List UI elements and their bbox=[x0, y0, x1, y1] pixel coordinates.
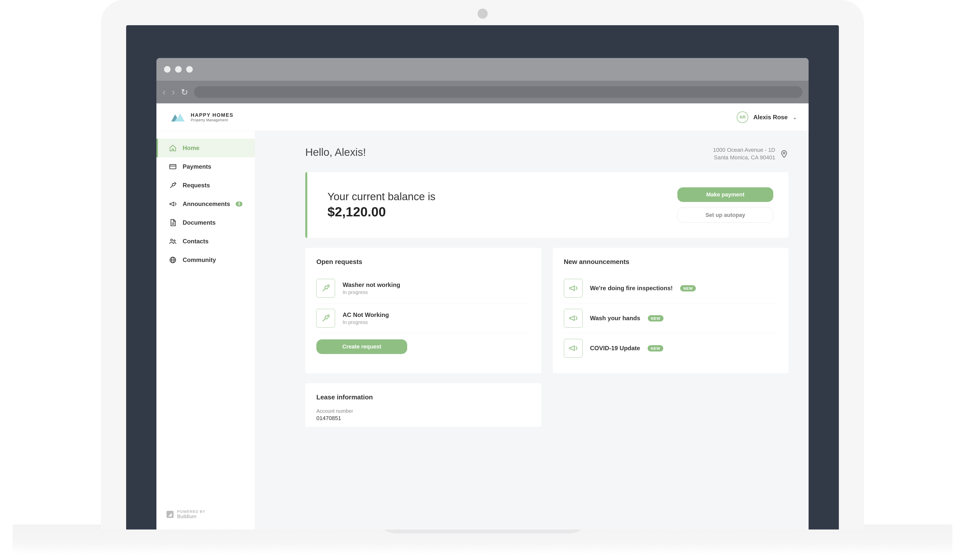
app-body: Home Payments bbox=[156, 131, 809, 529]
url-bar[interactable] bbox=[194, 86, 803, 98]
address-line-1: 1000 Ocean Avenue - 1D bbox=[713, 146, 775, 154]
announcement-item[interactable]: We're doing fire inspections! NEW bbox=[564, 273, 777, 303]
megaphone-icon bbox=[168, 200, 177, 208]
brand-name: HAPPY HOMES bbox=[191, 112, 233, 118]
document-icon bbox=[168, 219, 177, 227]
sidebar-item-label: Requests bbox=[183, 182, 210, 189]
browser-toolbar: ‹ › ↻ bbox=[156, 81, 809, 103]
user-menu[interactable]: AR Alexis Rose ⌄ bbox=[737, 111, 797, 123]
create-request-button[interactable]: Create request bbox=[316, 340, 407, 354]
open-requests-title: Open requests bbox=[316, 258, 530, 266]
sidebar-item-label: Announcements bbox=[183, 201, 230, 207]
sidebar-item-label: Community bbox=[183, 256, 216, 263]
sidebar-item-documents[interactable]: Documents bbox=[156, 213, 255, 232]
main-content: Hello, Alexis! 1000 Ocean Avenue - 1D Sa… bbox=[255, 131, 809, 529]
globe-icon bbox=[168, 256, 177, 264]
sidebar-item-contacts[interactable]: Contacts bbox=[156, 232, 255, 251]
chevron-down-icon: ⌄ bbox=[793, 114, 797, 120]
svg-point-4 bbox=[170, 239, 173, 241]
svg-point-9 bbox=[783, 152, 785, 154]
main-top: Hello, Alexis! 1000 Ocean Avenue - 1D Sa… bbox=[305, 146, 788, 161]
forward-button[interactable]: › bbox=[172, 87, 175, 97]
maximize-dot[interactable] bbox=[186, 66, 193, 73]
sidebar: Home Payments bbox=[156, 131, 255, 529]
wrench-icon bbox=[316, 279, 335, 297]
app-root: HAPPY HOMES Property Management AR Alexi… bbox=[156, 103, 809, 529]
powered-by-label: POWERED BY bbox=[177, 509, 205, 514]
setup-autopay-button[interactable]: Set up autopay bbox=[677, 207, 773, 223]
sidebar-item-community[interactable]: Community bbox=[156, 251, 255, 269]
new-badge: NEW bbox=[648, 345, 663, 351]
wrench-icon bbox=[316, 309, 335, 328]
sidebar-item-label: Home bbox=[183, 144, 200, 152]
account-number-label: Account number bbox=[316, 408, 530, 414]
announcement-item[interactable]: Wash your hands NEW bbox=[564, 303, 777, 333]
greeting: Hello, Alexis! bbox=[305, 146, 366, 158]
close-dot[interactable] bbox=[164, 66, 170, 73]
wrench-icon bbox=[168, 181, 177, 189]
balance-actions: Make payment Set up autopay bbox=[677, 187, 773, 223]
pin-icon bbox=[780, 150, 788, 158]
sidebar-item-requests[interactable]: Requests bbox=[156, 176, 255, 195]
sidebar-item-payments[interactable]: Payments bbox=[156, 157, 255, 176]
address-line-2: Santa Monica, CA 90401 bbox=[713, 154, 775, 162]
sidebar-footer: ◢ POWERED BY Buildium bbox=[156, 503, 255, 529]
device-screen: ‹ › ↻ HAPPY HOMES Property Mana bbox=[126, 25, 839, 529]
request-title: Washer not working bbox=[343, 281, 400, 289]
brand[interactable]: HAPPY HOMES Property Management bbox=[170, 112, 233, 122]
lease-card: Lease information Account number 0147085… bbox=[305, 383, 541, 427]
megaphone-icon bbox=[564, 279, 582, 297]
announcements-badge: 3 bbox=[236, 201, 242, 206]
account-number-value: 01470851 bbox=[316, 415, 530, 421]
announcement-item[interactable]: COVID-19 Update NEW bbox=[564, 333, 777, 363]
brand-tagline: Property Management bbox=[191, 118, 233, 122]
avatar: AR bbox=[737, 111, 748, 123]
request-title: AC Not Working bbox=[343, 312, 389, 318]
request-item[interactable]: AC Not Working In progress bbox=[316, 303, 530, 333]
browser-window: ‹ › ↻ HAPPY HOMES Property Mana bbox=[156, 58, 809, 529]
new-badge: NEW bbox=[648, 315, 664, 322]
reload-button[interactable]: ↻ bbox=[181, 87, 188, 97]
logo-icon bbox=[170, 112, 186, 122]
sidebar-item-home[interactable]: Home bbox=[156, 139, 255, 157]
announcement-title: Wash your hands bbox=[590, 315, 640, 322]
back-button[interactable]: ‹ bbox=[162, 87, 166, 97]
device-frame: ‹ › ↻ HAPPY HOMES Property Mana bbox=[101, 0, 864, 529]
lease-title: Lease information bbox=[316, 393, 530, 401]
announcement-title: We're doing fire inspections! bbox=[590, 285, 673, 292]
megaphone-icon bbox=[564, 309, 582, 328]
cards-row: Open requests Washer not working In prog… bbox=[305, 248, 788, 373]
svg-rect-0 bbox=[170, 164, 176, 169]
balance-text: Your current balance is $2,120.00 bbox=[327, 191, 435, 219]
user-name: Alexis Rose bbox=[753, 114, 788, 121]
announcement-title: COVID-19 Update bbox=[590, 344, 640, 352]
sidebar-item-label: Payments bbox=[183, 163, 211, 170]
sidebar-item-label: Documents bbox=[183, 219, 216, 226]
new-badge: NEW bbox=[680, 285, 696, 291]
sidebar-item-label: Contacts bbox=[183, 238, 209, 245]
camera-dot bbox=[478, 8, 488, 19]
make-payment-button[interactable]: Make payment bbox=[677, 187, 773, 202]
users-icon bbox=[168, 238, 177, 245]
request-status: In progress bbox=[343, 289, 400, 295]
card-icon bbox=[168, 163, 177, 170]
sidebar-nav: Home Payments bbox=[156, 131, 255, 503]
powered-by-name: Buildium bbox=[177, 514, 205, 519]
balance-amount: $2,120.00 bbox=[327, 204, 435, 219]
window-titlebar bbox=[156, 58, 809, 81]
balance-card: Your current balance is $2,120.00 Make p… bbox=[305, 172, 788, 238]
minimize-dot[interactable] bbox=[175, 66, 182, 73]
home-icon bbox=[168, 144, 177, 152]
buildium-logo-icon: ◢ bbox=[167, 511, 173, 518]
request-item[interactable]: Washer not working In progress bbox=[316, 273, 530, 303]
address-block: 1000 Ocean Avenue - 1D Santa Monica, CA … bbox=[713, 146, 788, 161]
announcements-title: New announcements bbox=[564, 258, 777, 266]
app-header: HAPPY HOMES Property Management AR Alexi… bbox=[156, 103, 809, 131]
megaphone-icon bbox=[564, 339, 582, 358]
svg-point-5 bbox=[173, 240, 175, 241]
brand-text: HAPPY HOMES Property Management bbox=[191, 112, 233, 122]
sidebar-item-announcements[interactable]: Announcements 3 bbox=[156, 195, 255, 213]
balance-label: Your current balance is bbox=[327, 191, 435, 203]
window-controls bbox=[164, 66, 193, 73]
open-requests-card: Open requests Washer not working In prog… bbox=[305, 248, 541, 373]
